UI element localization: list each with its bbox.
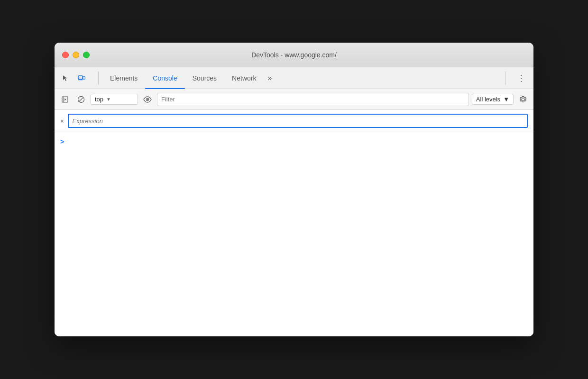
svg-marker-5 (65, 98, 66, 100)
close-button[interactable] (62, 52, 69, 58)
show-console-sidebar-button[interactable] (58, 93, 72, 106)
console-output: > (55, 132, 533, 336)
devtools-menu-button[interactable]: ⋮ (513, 71, 530, 85)
svg-rect-0 (78, 76, 83, 79)
inspect-icon-button[interactable] (58, 71, 73, 85)
context-selector[interactable]: top ▼ (91, 94, 138, 105)
svg-point-9 (147, 99, 148, 100)
context-value: top (95, 96, 103, 103)
expression-input[interactable] (68, 114, 528, 128)
tab-bar-right: ⋮ (501, 71, 530, 85)
traffic-lights (62, 52, 90, 58)
tab-separator (98, 72, 99, 85)
maximize-button[interactable] (83, 52, 90, 58)
svg-rect-1 (83, 77, 85, 79)
close-expression-button[interactable]: × (60, 117, 64, 125)
clear-console-button[interactable] (74, 93, 88, 106)
tab-console[interactable]: Console (145, 67, 184, 89)
gear-icon (519, 96, 527, 103)
devtools-window: DevTools - www.google.com/ Elem (55, 43, 533, 336)
tab-elements[interactable]: Elements (102, 67, 145, 89)
log-levels-selector[interactable]: All levels ▼ (472, 94, 514, 105)
minimize-button[interactable] (73, 52, 79, 58)
cursor-icon (62, 74, 69, 82)
levels-label: All levels (476, 96, 500, 103)
console-prompt-chevron: > (60, 138, 64, 145)
tab-icon-group (58, 71, 89, 85)
levels-arrow: ▼ (503, 96, 509, 103)
svg-line-7 (79, 97, 83, 101)
device-mode-button[interactable] (74, 71, 89, 85)
filter-input[interactable] (157, 93, 469, 106)
more-tabs-button[interactable]: » (264, 67, 276, 89)
sidebar-icon (62, 96, 68, 103)
window-title: DevTools - www.google.com/ (251, 51, 337, 59)
eye-icon (143, 96, 152, 103)
live-expressions-button[interactable] (141, 93, 154, 106)
clear-icon (77, 96, 85, 103)
console-settings-button[interactable] (516, 93, 530, 106)
console-prompt-row: > (55, 136, 533, 147)
console-toolbar: top ▼ All levels ▼ (55, 89, 533, 110)
context-arrow: ▼ (106, 97, 111, 102)
tab-bar: Elements Console Sources Network » ⋮ (55, 67, 533, 89)
tab-sources[interactable]: Sources (185, 67, 224, 89)
tab-network[interactable]: Network (224, 67, 264, 89)
title-bar: DevTools - www.google.com/ (55, 43, 533, 67)
device-icon (78, 74, 85, 82)
right-separator (505, 72, 505, 85)
watch-expression-area: × (55, 110, 533, 132)
tabs-list: Elements Console Sources Network » (102, 67, 501, 89)
